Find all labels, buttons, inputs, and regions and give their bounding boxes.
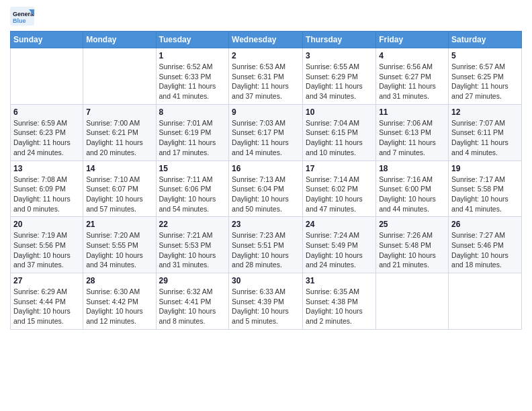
day-info: Sunrise: 7:21 AMSunset: 5:53 PMDaylight:… — [159, 230, 226, 270]
day-info: Sunrise: 7:03 AMSunset: 6:17 PMDaylight:… — [232, 118, 300, 158]
weekday-header-wednesday: Wednesday — [229, 32, 303, 48]
day-number: 30 — [232, 276, 300, 285]
day-info: Sunrise: 7:08 AMSunset: 6:09 PMDaylight:… — [13, 175, 80, 214]
day-number: 7 — [86, 107, 152, 117]
day-cell: 22Sunrise: 7:21 AMSunset: 5:53 PMDayligh… — [156, 217, 229, 273]
day-info: Sunrise: 7:26 AMSunset: 5:48 PMDaylight:… — [379, 230, 445, 270]
day-cell: 7Sunrise: 7:00 AMSunset: 6:21 PMDaylight… — [83, 104, 156, 161]
day-number: 15 — [159, 164, 226, 173]
day-cell: 13Sunrise: 7:08 AMSunset: 6:09 PMDayligh… — [11, 161, 83, 217]
day-number: 19 — [451, 164, 519, 173]
day-info: Sunrise: 7:19 AMSunset: 5:56 PMDaylight:… — [13, 230, 80, 270]
day-number: 5 — [451, 51, 519, 60]
logo-icon: General Blue — [10, 7, 34, 26]
day-number: 12 — [451, 107, 519, 117]
weekday-header-monday: Monday — [83, 32, 156, 48]
day-cell — [83, 48, 156, 105]
day-cell: 5Sunrise: 6:57 AMSunset: 6:25 PMDaylight… — [449, 48, 522, 105]
weekday-header-tuesday: Tuesday — [156, 32, 229, 48]
day-cell — [376, 273, 449, 330]
weekday-header-friday: Friday — [376, 32, 449, 48]
weekday-header-sunday: Sunday — [11, 32, 83, 48]
day-cell: 28Sunrise: 6:30 AMSunset: 4:42 PMDayligh… — [83, 273, 156, 330]
day-number: 20 — [13, 220, 80, 229]
day-cell: 19Sunrise: 7:17 AMSunset: 5:58 PMDayligh… — [449, 161, 522, 217]
day-info: Sunrise: 7:10 AMSunset: 6:07 PMDaylight:… — [86, 175, 152, 214]
day-number: 4 — [379, 51, 445, 60]
day-cell: 11Sunrise: 7:06 AMSunset: 6:13 PMDayligh… — [376, 104, 449, 161]
day-info: Sunrise: 7:13 AMSunset: 6:04 PMDaylight:… — [232, 175, 300, 214]
day-number: 1 — [159, 51, 226, 60]
day-info: Sunrise: 6:30 AMSunset: 4:42 PMDaylight:… — [86, 287, 152, 326]
day-cell — [11, 48, 83, 105]
day-info: Sunrise: 7:23 AMSunset: 5:51 PMDaylight:… — [232, 230, 300, 270]
day-cell: 3Sunrise: 6:55 AMSunset: 6:29 PMDaylight… — [303, 48, 376, 105]
day-info: Sunrise: 7:07 AMSunset: 6:11 PMDaylight:… — [451, 118, 519, 158]
day-number: 21 — [86, 220, 152, 229]
day-cell: 2Sunrise: 6:53 AMSunset: 6:31 PMDaylight… — [229, 48, 303, 105]
day-cell: 21Sunrise: 7:20 AMSunset: 5:55 PMDayligh… — [83, 217, 156, 273]
day-number: 3 — [306, 51, 373, 60]
weekday-header-thursday: Thursday — [303, 32, 376, 48]
day-info: Sunrise: 6:59 AMSunset: 6:23 PMDaylight:… — [13, 118, 80, 158]
day-cell — [449, 273, 522, 330]
day-info: Sunrise: 7:04 AMSunset: 6:15 PMDaylight:… — [306, 118, 373, 158]
day-number: 17 — [306, 164, 373, 173]
day-number: 14 — [86, 164, 152, 173]
day-info: Sunrise: 7:14 AMSunset: 6:02 PMDaylight:… — [306, 175, 373, 214]
day-info: Sunrise: 6:57 AMSunset: 6:25 PMDaylight:… — [451, 62, 519, 101]
day-cell: 16Sunrise: 7:13 AMSunset: 6:04 PMDayligh… — [229, 161, 303, 217]
day-number: 9 — [232, 107, 300, 117]
day-cell: 10Sunrise: 7:04 AMSunset: 6:15 PMDayligh… — [303, 104, 376, 161]
day-info: Sunrise: 7:16 AMSunset: 6:00 PMDaylight:… — [379, 175, 445, 214]
day-info: Sunrise: 7:11 AMSunset: 6:06 PMDaylight:… — [159, 175, 226, 214]
day-number: 11 — [379, 107, 445, 117]
day-info: Sunrise: 6:56 AMSunset: 6:27 PMDaylight:… — [379, 62, 445, 101]
day-info: Sunrise: 7:24 AMSunset: 5:49 PMDaylight:… — [306, 230, 373, 270]
day-info: Sunrise: 6:52 AMSunset: 6:33 PMDaylight:… — [159, 62, 226, 101]
page: General Blue SundayMondayTuesdayWednesda… — [0, 0, 532, 411]
day-info: Sunrise: 6:32 AMSunset: 4:41 PMDaylight:… — [159, 287, 226, 326]
day-number: 29 — [159, 276, 226, 285]
day-cell: 29Sunrise: 6:32 AMSunset: 4:41 PMDayligh… — [156, 273, 229, 330]
day-cell: 20Sunrise: 7:19 AMSunset: 5:56 PMDayligh… — [11, 217, 83, 273]
header: General Blue — [10, 7, 522, 26]
day-cell: 26Sunrise: 7:27 AMSunset: 5:46 PMDayligh… — [449, 217, 522, 273]
day-cell: 8Sunrise: 7:01 AMSunset: 6:19 PMDaylight… — [156, 104, 229, 161]
day-info: Sunrise: 6:35 AMSunset: 4:38 PMDaylight:… — [306, 287, 373, 326]
week-row-3: 13Sunrise: 7:08 AMSunset: 6:09 PMDayligh… — [11, 161, 522, 217]
day-number: 25 — [379, 220, 445, 229]
day-info: Sunrise: 6:29 AMSunset: 4:44 PMDaylight:… — [13, 287, 80, 326]
day-number: 31 — [306, 276, 373, 285]
day-cell: 15Sunrise: 7:11 AMSunset: 6:06 PMDayligh… — [156, 161, 229, 217]
svg-text:Blue: Blue — [13, 17, 26, 24]
day-number: 23 — [232, 220, 300, 229]
day-cell: 9Sunrise: 7:03 AMSunset: 6:17 PMDaylight… — [229, 104, 303, 161]
day-number: 27 — [13, 276, 80, 285]
day-number: 2 — [232, 51, 300, 60]
day-info: Sunrise: 6:33 AMSunset: 4:39 PMDaylight:… — [232, 287, 300, 326]
day-cell: 4Sunrise: 6:56 AMSunset: 6:27 PMDaylight… — [376, 48, 449, 105]
day-info: Sunrise: 7:00 AMSunset: 6:21 PMDaylight:… — [86, 118, 152, 158]
day-number: 26 — [451, 220, 519, 229]
day-info: Sunrise: 7:06 AMSunset: 6:13 PMDaylight:… — [379, 118, 445, 158]
day-cell: 31Sunrise: 6:35 AMSunset: 4:38 PMDayligh… — [303, 273, 376, 330]
day-cell: 27Sunrise: 6:29 AMSunset: 4:44 PMDayligh… — [11, 273, 83, 330]
day-cell: 18Sunrise: 7:16 AMSunset: 6:00 PMDayligh… — [376, 161, 449, 217]
day-cell: 30Sunrise: 6:33 AMSunset: 4:39 PMDayligh… — [229, 273, 303, 330]
day-cell: 6Sunrise: 6:59 AMSunset: 6:23 PMDaylight… — [11, 104, 83, 161]
logo: General Blue — [10, 7, 37, 26]
day-number: 6 — [13, 107, 80, 117]
day-number: 8 — [159, 107, 226, 117]
day-cell: 24Sunrise: 7:24 AMSunset: 5:49 PMDayligh… — [303, 217, 376, 273]
day-cell: 1Sunrise: 6:52 AMSunset: 6:33 PMDaylight… — [156, 48, 229, 105]
day-cell: 23Sunrise: 7:23 AMSunset: 5:51 PMDayligh… — [229, 217, 303, 273]
day-cell: 17Sunrise: 7:14 AMSunset: 6:02 PMDayligh… — [303, 161, 376, 217]
day-cell: 25Sunrise: 7:26 AMSunset: 5:48 PMDayligh… — [376, 217, 449, 273]
day-number: 10 — [306, 107, 373, 117]
weekday-header-row: SundayMondayTuesdayWednesdayThursdayFrid… — [11, 32, 522, 48]
week-row-1: 1Sunrise: 6:52 AMSunset: 6:33 PMDaylight… — [11, 48, 522, 105]
calendar-table: SundayMondayTuesdayWednesdayThursdayFrid… — [10, 31, 522, 330]
day-info: Sunrise: 7:17 AMSunset: 5:58 PMDaylight:… — [451, 175, 519, 214]
day-number: 13 — [13, 164, 80, 173]
